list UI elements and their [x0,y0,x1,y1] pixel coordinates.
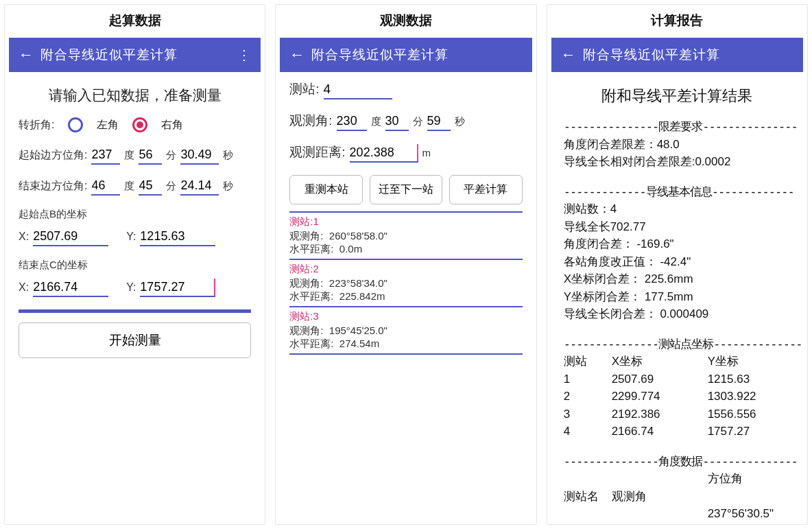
min-u3: 分 [413,115,423,128]
turn-angle-row: 转折角: 左角 右角 [19,117,251,132]
content-1: 请输入已知数据，准备测量 转折角: 左角 右角 起始边方位角: 度 分 秒 结束… [9,72,261,366]
sec-unit: 秒 [223,149,233,162]
next-station-button[interactable]: 迁至下一站 [370,175,442,204]
sec-u3: 秒 [455,115,465,128]
station-label: 测站: [289,80,319,98]
point-b-label: 起始点B的坐标 [19,208,251,221]
dist-unit: m [422,147,431,158]
report-title: 附和导线平差计算结果 [564,84,791,107]
station-input[interactable] [324,80,392,99]
turn-label: 转折角: [19,118,54,132]
panel-title-3: 计算报告 [547,5,807,38]
point-b-row: X: Y: [19,228,251,246]
end-az-deg-input[interactable] [91,177,120,196]
report-body: 附和导线平差计算结果 ---------------限差要求----------… [551,72,803,525]
back-icon-2[interactable]: ← [289,47,304,62]
end-azimuth-row: 结束边方位角: 度 分 秒 [19,177,251,196]
ang-head2: 方位角 [564,470,791,488]
basic-7: 导线全长闭合差： 0.000409 [564,305,791,323]
station-angle: 观测角: 195°45'25.0" [289,325,522,338]
back-icon-3[interactable]: ← [561,47,576,62]
adjust-calc-button[interactable]: 平差计算 [449,175,522,204]
min-unit2: 分 [166,180,176,193]
obs-angle-row: 观测角: 度 分 秒 [289,112,522,131]
button-row: 重测本站 迁至下一站 平差计算 [289,175,522,204]
bx-label: X: [19,231,29,243]
appbar-3: ← 附合导线近似平差计算 [551,38,803,72]
station-row: 测站: [289,80,522,99]
deg-unit: 度 [124,149,134,162]
limit-1: 角度闭合差限差：48.0 [564,136,791,154]
station-head: 测站:1 [289,215,522,228]
coord-rows: 12507.691215.6322299.7741303.92232192.38… [564,371,791,440]
deg-unit2: 度 [124,180,134,193]
obs-dist-input[interactable] [350,144,418,163]
divider [19,309,251,313]
deg-u3: 度 [371,115,381,128]
coord-row: 12507.691215.63 [564,371,791,388]
basic-2: 导线全长702.77 [564,218,791,236]
panel-title-1: 起算数据 [5,5,265,38]
appbar-title: 附合导线近似平差计算 [40,46,230,64]
sep-basic: -------------导线基本信息------------- [564,183,791,201]
cx-label: X: [19,281,29,294]
radio-left[interactable] [68,117,83,132]
by-input[interactable] [140,228,215,246]
station-head: 测站:2 [289,263,522,276]
screen-1: ← 附合导线近似平差计算 ⋮ 请输入已知数据，准备测量 转折角: 左角 右角 起… [9,38,261,520]
start-az-deg-input[interactable] [91,146,120,165]
appbar-1: ← 附合导线近似平差计算 ⋮ [9,38,261,72]
radio-left-label: 左角 [97,118,119,132]
panel-calc-report: 计算报告 ← 附合导线近似平差计算 附和导线平差计算结果 -----------… [547,4,808,525]
content-2: 测站: 观测角: 度 分 秒 观测距离: m 重测本站 迁至下一站 平差计算 [280,72,532,363]
panel-title-2: 观测数据 [276,5,536,38]
basic-5: X坐标闭合差： 225.6mm [564,270,791,288]
limit-2: 导线全长相对闭合差限差:0.0002 [564,153,791,171]
screen-2: ← 附合导线近似平差计算 测站: 观测角: 度 分 秒 观测距离: m [280,38,532,520]
end-az-sec-input[interactable] [180,177,219,196]
basic-1: 测站数：4 [564,200,791,218]
basic-6: Y坐标闭合差： 177.5mm [564,288,791,306]
station-angle: 观测角: 260°58'58.0" [289,230,522,243]
screen-3: ← 附合导线近似平差计算 附和导线平差计算结果 ---------------限… [551,38,803,525]
cx-input[interactable] [33,279,108,297]
stations-list: 测站:1观测角: 260°58'58.0"水平距离: 0.0m测站:2观测角: … [289,211,522,355]
coord-row: 32192.3861556.556 [564,405,791,423]
station-block: 测站:1观测角: 260°58'58.0"水平距离: 0.0m [289,211,522,259]
appbar-title-2: 附合导线近似平差计算 [311,46,522,64]
start-az-label: 起始边方位角: [19,148,87,163]
appbar-title-3: 附合导线近似平差计算 [583,46,793,64]
obs-angle-label: 观测角: [289,112,332,130]
station-block: 测站:2观测角: 223°58'34.0"水平距离: 225.842m [289,259,522,306]
basic-3: 角度闭合差： -169.6" [564,235,791,253]
bx-input[interactable] [33,228,108,246]
station-angle: 观测角: 223°58'34.0" [289,277,522,290]
remeasure-button[interactable]: 重测本站 [289,175,362,204]
ang-r0-az: 237°56'30.5" [564,505,791,523]
sep-coords: ---------------测站点坐标--------------- [564,336,791,353]
back-icon[interactable]: ← [19,47,34,62]
point-c-label: 结束点C的坐标 [19,259,251,272]
radio-right-label: 右角 [161,118,183,132]
coord-row: 42166.741757.27 [564,423,791,440]
obs-angle-min-input[interactable] [385,113,409,131]
cy-input[interactable] [140,279,215,297]
cy-label: Y: [126,281,136,294]
station-dist: 水平距离: 0.0m [289,243,522,256]
end-az-label: 结束边方位角: [19,179,87,193]
menu-icon[interactable]: ⋮ [237,47,251,63]
panel-initial-data: 起算数据 ← 附合导线近似平差计算 ⋮ 请输入已知数据，准备测量 转折角: 左角… [4,4,265,525]
end-az-min-input[interactable] [139,177,162,196]
appbar-2: ← 附合导线近似平差计算 [280,38,532,72]
radio-right[interactable] [132,117,147,132]
obs-angle-sec-input[interactable] [427,113,451,131]
obs-dist-row: 观测距离: m [289,143,522,163]
start-measure-button[interactable]: 开始测量 [19,322,251,358]
sec-unit2: 秒 [223,180,233,193]
start-az-min-input[interactable] [139,146,162,165]
by-label: Y: [126,231,136,243]
obs-dist-label: 观测距离: [289,143,345,161]
obs-angle-deg-input[interactable] [337,113,367,131]
basic-4: 各站角度改正值： -42.4" [564,253,791,271]
start-az-sec-input[interactable] [180,146,219,165]
